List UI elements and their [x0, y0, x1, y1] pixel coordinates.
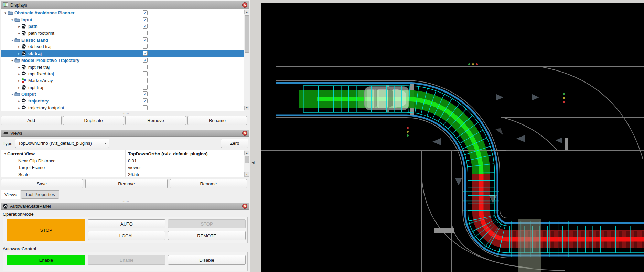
- expander-icon[interactable]: ▸: [17, 106, 21, 110]
- expander-icon[interactable]: ▸: [17, 79, 21, 83]
- splitter-handle[interactable]: ······: [114, 127, 138, 130]
- autoware-icon: [21, 71, 27, 76]
- expander-icon[interactable]: ▾: [3, 152, 7, 155]
- tab-views[interactable]: Views: [1, 190, 20, 199]
- tree-row[interactable]: ▾Obstacle Avoidance Planner: [1, 10, 246, 16]
- render-view[interactable]: [261, 3, 644, 272]
- operation-mode-state-button[interactable]: STOP: [7, 219, 85, 241]
- expander-icon[interactable]: ▸: [17, 25, 21, 28]
- tab-tool-properties[interactable]: Tool Properties: [21, 190, 59, 199]
- tree-row[interactable]: ▸MarkerArray: [1, 77, 249, 84]
- property-value[interactable]: 0.01: [128, 158, 137, 163]
- view-type-dropdown[interactable]: TopDownOrtho (rviz_default_plugins) ▾: [15, 139, 109, 148]
- enable-checkbox[interactable]: ✓: [143, 98, 148, 103]
- close-icon[interactable]: ✕: [242, 131, 247, 136]
- auto-button[interactable]: AUTO: [88, 219, 165, 228]
- expander-icon[interactable]: ▸: [17, 66, 21, 69]
- tree-row[interactable]: ▸mpt traj: [1, 84, 249, 91]
- close-icon[interactable]: ✕: [242, 2, 247, 8]
- expander-icon[interactable]: ▾: [10, 93, 14, 96]
- tree-row[interactable]: ▸mpt fixed traj: [1, 70, 249, 77]
- property-row[interactable]: ▾ Current View TopDownOrtho (rviz_defaul…: [1, 150, 244, 157]
- remove-button[interactable]: Remove: [125, 116, 186, 125]
- add-button[interactable]: Add: [1, 116, 62, 125]
- expander-icon[interactable]: ▸: [17, 45, 21, 48]
- tree-row[interactable]: ▸eb fixed traj: [1, 43, 249, 50]
- dock-collapse-icon[interactable]: ◀: [251, 160, 254, 165]
- tree-row-label: Model Predictive Trajectory: [20, 58, 79, 63]
- disable-button[interactable]: Disable: [168, 255, 246, 265]
- current-view-properties[interactable]: ▾ Current View TopDownOrtho (rviz_defaul…: [1, 150, 249, 177]
- enable-checkbox[interactable]: ✓: [143, 24, 148, 29]
- expander-icon[interactable]: ▸: [17, 52, 21, 55]
- displays-tree[interactable]: ▾Obstacle Avoidance Planner ▾Input ▸path…: [1, 9, 249, 111]
- expander-icon[interactable]: ▸: [17, 86, 21, 89]
- views-panel-header[interactable]: Views ✕: [1, 130, 249, 137]
- enable-checkbox[interactable]: [143, 65, 148, 69]
- enable-checkbox[interactable]: ✓: [143, 91, 148, 96]
- rename-button[interactable]: Rename: [187, 116, 247, 125]
- tree-row[interactable]: ▾Elastic Band: [1, 37, 249, 43]
- monitor-icon: [3, 2, 8, 8]
- autoware-control-label: AutowareControl: [3, 246, 36, 251]
- expander-icon[interactable]: ▾: [10, 18, 14, 22]
- tree-row[interactable]: ▸trajectory footprint: [1, 105, 249, 111]
- property-row[interactable]: Target Frame viewer: [1, 164, 249, 171]
- property-value[interactable]: 26.55: [128, 172, 139, 177]
- enable-checkbox[interactable]: [143, 105, 148, 110]
- splitter-handle[interactable]: ······: [114, 112, 138, 115]
- enable-checkbox[interactable]: [143, 85, 148, 90]
- enable-checkbox[interactable]: ✓: [143, 58, 148, 63]
- property-label: Scale: [18, 172, 30, 177]
- enable-checkbox[interactable]: ✓: [143, 10, 148, 15]
- scroll-down-icon[interactable]: ▼: [244, 172, 249, 177]
- close-icon[interactable]: ✕: [242, 204, 247, 209]
- property-row[interactable]: Scale 26.55: [1, 171, 249, 177]
- enable-checkbox[interactable]: [143, 31, 148, 35]
- property-row[interactable]: Near Clip Distance 0.01: [1, 157, 249, 164]
- expander-icon[interactable]: ▾: [3, 11, 8, 15]
- stop-button: STOP: [168, 219, 246, 228]
- view-type-value: TopDownOrtho (rviz_default_plugins): [15, 141, 92, 146]
- tree-row[interactable]: ▸mpt ref traj: [1, 64, 249, 70]
- local-button[interactable]: LOCAL: [88, 231, 165, 240]
- tree-row[interactable]: ▾Input: [1, 17, 249, 23]
- autoware-icon: [21, 51, 27, 56]
- control-state-button[interactable]: Enable: [7, 255, 85, 265]
- remote-button[interactable]: REMOTE: [168, 231, 246, 240]
- scroll-up-icon[interactable]: ▲: [244, 151, 249, 155]
- view-rename-button[interactable]: Rename: [170, 179, 247, 188]
- folder-icon: [14, 38, 20, 42]
- enable-checkbox[interactable]: ✓: [143, 51, 148, 56]
- expander-icon[interactable]: ▸: [17, 72, 21, 76]
- enable-checkbox[interactable]: [143, 44, 148, 49]
- autoware-state-panel-header[interactable]: AutowareStatePanel ✕: [1, 203, 249, 210]
- expander-icon[interactable]: ▸: [17, 32, 21, 35]
- tree-row[interactable]: ▸path: [1, 23, 249, 30]
- tree-row[interactable]: ▾Output: [1, 91, 249, 97]
- scroll-up-icon[interactable]: ▲: [244, 10, 249, 14]
- enable-checkbox[interactable]: ✓: [143, 37, 148, 42]
- tree-scrollbar[interactable]: ▲ ▼: [244, 9, 249, 111]
- properties-scrollbar[interactable]: ▲ ▼: [244, 150, 249, 177]
- tree-row-selected[interactable]: ▸eb traj: [1, 50, 249, 57]
- scrollbar-thumb[interactable]: [245, 15, 249, 53]
- property-value: TopDownOrtho (rviz_default_plugins): [128, 151, 208, 156]
- enable-checkbox[interactable]: ✓: [143, 17, 148, 22]
- enable-checkbox[interactable]: [143, 78, 148, 83]
- expander-icon[interactable]: ▾: [10, 59, 14, 62]
- displays-panel-header[interactable]: Displays ✕: [1, 1, 249, 9]
- save-button[interactable]: Save: [1, 179, 83, 188]
- enable-checkbox[interactable]: [143, 71, 148, 76]
- scroll-down-icon[interactable]: ▼: [244, 106, 249, 110]
- expander-icon[interactable]: ▾: [10, 39, 14, 42]
- expander-icon[interactable]: ▸: [17, 99, 21, 103]
- scrollbar-thumb[interactable]: [245, 156, 249, 163]
- tree-row[interactable]: ▸path footprint: [1, 30, 249, 36]
- duplicate-button[interactable]: Duplicate: [63, 116, 124, 125]
- view-remove-button[interactable]: Remove: [85, 179, 168, 188]
- tree-row[interactable]: ▾Model Predictive Trajectory: [1, 57, 249, 64]
- property-value[interactable]: viewer: [128, 165, 141, 170]
- tree-row[interactable]: ▸trajectory: [1, 98, 249, 104]
- zero-button[interactable]: Zero: [221, 139, 248, 148]
